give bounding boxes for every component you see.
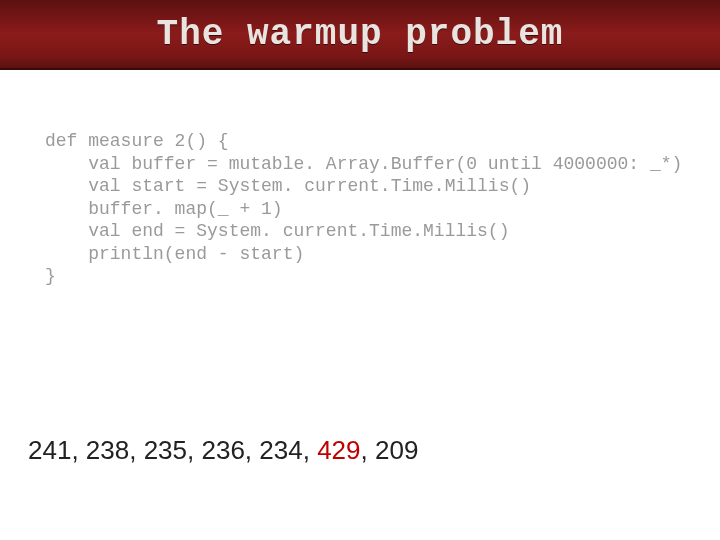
results-highlight: 429: [317, 435, 360, 465]
title-bar: The warmup problem: [0, 0, 720, 70]
code-line-2: val buffer = mutable. Array.Buffer(0 unt…: [45, 154, 682, 174]
code-line-6: println(end - start): [45, 244, 304, 264]
code-line-5: val end = System. current.Time.Millis(): [45, 221, 509, 241]
slide-title: The warmup problem: [157, 14, 564, 55]
code-block: def measure 2() { val buffer = mutable. …: [45, 130, 690, 288]
results-line: 241, 238, 235, 236, 234, 429, 209: [28, 435, 418, 466]
slide: The warmup problem def measure 2() { val…: [0, 0, 720, 540]
code-line-7: }: [45, 266, 56, 286]
results-suffix: , 209: [361, 435, 419, 465]
code-line-4: buffer. map(_ + 1): [45, 199, 283, 219]
results-prefix: 241, 238, 235, 236, 234,: [28, 435, 317, 465]
code-line-3: val start = System. current.Time.Millis(…: [45, 176, 531, 196]
code-line-1: def measure 2() {: [45, 131, 229, 151]
